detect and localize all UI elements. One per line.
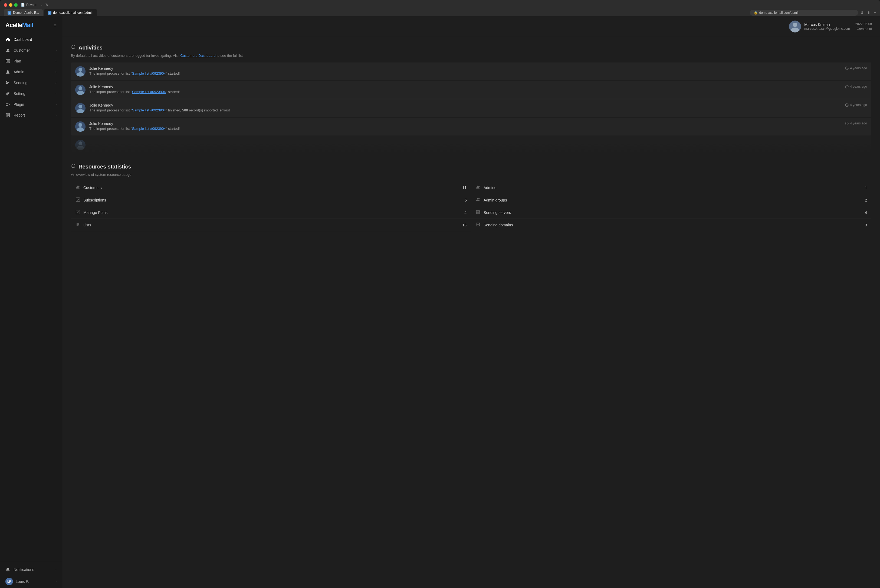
admin-groups-count: 2 <box>865 198 867 202</box>
activity-content: Jolie Kennedy The import process for lis… <box>89 85 841 94</box>
address-bar[interactable]: 🔒 demo.acellemail.com/admin <box>750 10 858 16</box>
svg-point-34 <box>478 186 480 187</box>
share-icon[interactable]: ⬆ <box>867 10 871 15</box>
reload-button[interactable]: ↻ <box>45 3 48 7</box>
tab-1[interactable]: M Demo - Acelle E... <box>4 9 43 16</box>
resources-header: Resources statistics <box>71 164 871 170</box>
notifications-label: Notifications <box>14 567 34 572</box>
header-bar: Marcos Kruzan marcos.kruzan@googleinc.co… <box>62 16 880 37</box>
header-user-info: Marcos Kruzan marcos.kruzan@googleinc.co… <box>804 22 850 31</box>
activity-avatar <box>75 66 86 76</box>
activity-text: The import process for list "Sample list… <box>89 71 841 75</box>
activity-name: Jolie Kennedy <box>89 103 841 107</box>
activity-content: Jolie Kennedy The import process for lis… <box>89 103 841 112</box>
sidebar-item-setting[interactable]: Setting › <box>0 88 62 99</box>
sending-servers-count: 4 <box>865 210 867 215</box>
setting-label: Setting <box>14 92 26 96</box>
tab-2[interactable]: M demo.acellemail.com/admin <box>44 9 97 16</box>
activities-header: Activities <box>71 45 871 51</box>
logo: AcelleMail <box>5 22 33 28</box>
activity-link-0[interactable]: Sample list #0923904 <box>132 71 166 75</box>
activity-item: Jolie Kennedy The import process for lis… <box>71 99 871 117</box>
activity-time: 4 years ago <box>845 66 867 70</box>
svg-point-0 <box>7 49 9 50</box>
sidebar: AcelleMail ≡ Dashboard Customer › <box>0 16 62 588</box>
resource-customers: Customers 11 <box>71 182 471 194</box>
close-button[interactable] <box>4 3 7 7</box>
header-user: Marcos Kruzan marcos.kruzan@googleinc.co… <box>789 21 850 33</box>
customers-dashboard-link[interactable]: Customers Dashboard <box>180 54 215 58</box>
resources-right-col: Admins 1 <box>471 182 871 231</box>
content-area: Activities By default, all activities of… <box>62 37 880 239</box>
download-icon[interactable]: ⬇ <box>860 10 864 15</box>
user-label: Louis P. <box>16 579 29 584</box>
activity-avatar <box>75 103 86 113</box>
report-icon <box>5 113 10 118</box>
hamburger-icon[interactable]: ≡ <box>54 22 57 28</box>
person-icon <box>5 48 10 53</box>
resources-table: Customers 11 Subscriptions 5 <box>71 182 871 231</box>
activity-time: 4 years ago <box>845 85 867 88</box>
svg-point-43 <box>479 224 480 224</box>
tab-favicon-1: M <box>8 11 11 15</box>
activity-item: Jolie Kennedy The import process for lis… <box>71 63 871 80</box>
sidebar-item-notifications[interactable]: Notifications › <box>0 564 62 575</box>
customers-label: Customers <box>83 186 460 190</box>
activity-avatar <box>75 140 86 150</box>
browser-actions: ⬇ ⬆ + <box>860 10 876 15</box>
sidebar-bottom: Notifications › LP Louis P. › <box>0 562 62 588</box>
dashboard-label: Dashboard <box>14 38 32 42</box>
fullscreen-button[interactable] <box>14 3 18 7</box>
minimize-button[interactable] <box>9 3 12 7</box>
svg-point-39 <box>479 211 480 212</box>
svg-rect-1 <box>6 60 10 63</box>
activities-icon <box>71 45 76 51</box>
svg-point-4 <box>7 70 9 72</box>
manage-plans-label: Manage Plans <box>83 210 462 215</box>
header-avatar <box>789 21 801 33</box>
activity-link-1[interactable]: Sample list #0923904 <box>132 90 166 94</box>
activity-name: Jolie Kennedy <box>89 122 841 126</box>
sending-chevron: › <box>56 81 57 85</box>
sidebar-item-report[interactable]: Report › <box>0 110 62 121</box>
sidebar-item-sending[interactable]: Sending › <box>0 77 62 88</box>
resources-left-col: Customers 11 Subscriptions 5 <box>71 182 471 231</box>
manage-plans-icon <box>75 210 81 215</box>
svg-point-27 <box>78 186 80 187</box>
sidebar-item-customer[interactable]: Customer › <box>0 45 62 56</box>
svg-point-36 <box>478 198 480 200</box>
sidebar-item-dashboard[interactable]: Dashboard <box>0 34 62 45</box>
sidebar-item-plugin[interactable]: Plugin › <box>0 99 62 110</box>
report-label: Report <box>14 113 25 117</box>
sidebar-item-admin[interactable]: Admin › <box>0 66 62 77</box>
sending-domains-count: 3 <box>865 223 867 227</box>
admin-groups-icon <box>476 198 481 202</box>
sidebar-item-user[interactable]: LP Louis P. › <box>0 575 62 588</box>
customer-chevron: › <box>56 48 57 52</box>
lists-label: Lists <box>83 223 460 227</box>
activity-text: The import process for list "Sample list… <box>89 127 841 130</box>
traffic-lights <box>4 3 18 7</box>
svg-point-19 <box>78 105 82 108</box>
resource-manage-plans: Manage Plans 4 <box>71 206 471 219</box>
manage-plans-count: 4 <box>464 210 467 215</box>
admins-count: 1 <box>865 186 867 190</box>
header-created-label: Created at <box>857 27 872 31</box>
subscriptions-count: 5 <box>465 198 467 202</box>
back-button[interactable]: ‹ <box>41 3 42 7</box>
sidebar-item-plan[interactable]: Plan › <box>0 56 62 66</box>
sending-icon <box>5 80 10 85</box>
sending-servers-label: Sending servers <box>484 210 862 215</box>
new-tab-icon[interactable]: + <box>874 10 876 15</box>
admin-label: Admin <box>14 70 24 74</box>
user-avatar: LP <box>5 578 13 585</box>
activity-link-2[interactable]: Sample list #0923904 <box>132 108 166 112</box>
svg-point-13 <box>78 68 82 72</box>
admins-label: Admins <box>484 186 862 190</box>
activity-link-3[interactable]: Sample list #0923904 <box>132 127 166 130</box>
activity-time: 4 years ago <box>845 103 867 107</box>
svg-point-22 <box>78 123 82 127</box>
activities-subtitle: By default, all activities of customers … <box>71 54 871 58</box>
activity-list: Jolie Kennedy The import process for lis… <box>71 63 871 154</box>
svg-point-24 <box>75 140 86 150</box>
